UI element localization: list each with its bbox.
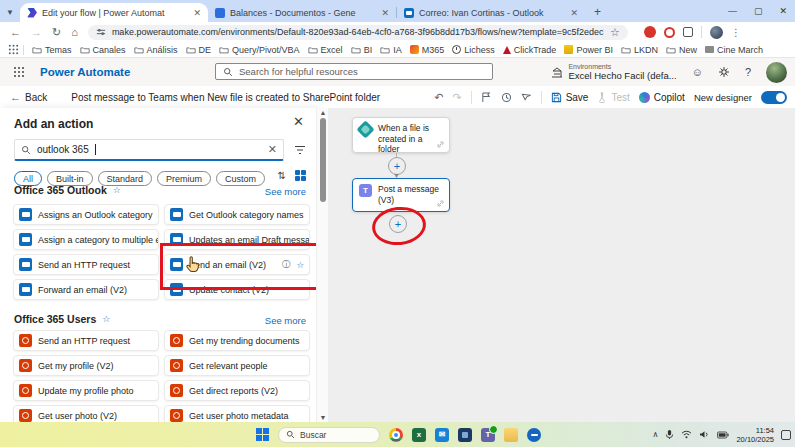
tab-search-chevron-icon[interactable]: ▼ bbox=[0, 8, 20, 17]
flow-checker-icon[interactable] bbox=[481, 92, 492, 103]
waffle-menu-icon[interactable] bbox=[13, 66, 25, 78]
bookmark-cine-march[interactable]: Cine March bbox=[705, 45, 763, 55]
minimize-button[interactable]: — bbox=[728, 6, 737, 16]
bookmark-m365[interactable]: M365 bbox=[410, 45, 445, 55]
flow-title[interactable]: Post message to Teams when New file is c… bbox=[71, 92, 380, 103]
chip-premium[interactable]: Premium bbox=[157, 171, 211, 186]
history-icon[interactable] bbox=[501, 92, 512, 103]
filter-icon[interactable] bbox=[294, 144, 306, 156]
action-card[interactable]: Assigns an Outlook category bbox=[13, 204, 159, 225]
feedback-smiley-icon[interactable]: ☺ bbox=[692, 66, 703, 78]
action-card[interactable]: Get user photo (V2) bbox=[13, 405, 159, 422]
close-button[interactable]: ✕ bbox=[779, 6, 787, 16]
action-card[interactable]: Send an HTTP request bbox=[13, 330, 159, 351]
app-circle-icon[interactable] bbox=[527, 428, 541, 442]
help-icon[interactable]: ? bbox=[745, 66, 751, 78]
profile-avatar[interactable] bbox=[710, 26, 723, 39]
teams-taskbar-icon[interactable]: T bbox=[481, 428, 495, 442]
bookmark-lichess[interactable]: Lichess bbox=[452, 45, 495, 55]
environment-picker[interactable]: Environments Excel Hecho Facil (defa... bbox=[551, 63, 676, 81]
browser-menu-icon[interactable]: ⋮ bbox=[731, 27, 741, 38]
action-card[interactable]: Send an HTTP request bbox=[13, 254, 159, 275]
bookmark-new[interactable]: New bbox=[666, 45, 697, 55]
undo-icon[interactable]: ↶ bbox=[434, 92, 443, 103]
bookmark-temas[interactable]: Temas bbox=[32, 45, 72, 55]
favorite-star-icon[interactable]: ☆ bbox=[113, 185, 121, 195]
tab-close-icon[interactable]: ✕ bbox=[193, 8, 201, 18]
action-card[interactable]: Get my profile (V2) bbox=[13, 355, 159, 376]
action-card[interactable]: Get my trending documents bbox=[164, 330, 310, 351]
test-button[interactable]: Test bbox=[597, 92, 629, 103]
tab-balances[interactable]: Balances - Documentos - Gene ✕ bbox=[208, 3, 396, 22]
action-card[interactable]: Get user photo metadata bbox=[164, 405, 310, 422]
red-extension-icon[interactable] bbox=[664, 27, 675, 38]
settings-gear-icon[interactable] bbox=[718, 66, 730, 78]
back-icon[interactable]: ← bbox=[10, 27, 21, 38]
bookmark-analisis[interactable]: Análisis bbox=[134, 45, 178, 55]
microphone-icon[interactable] bbox=[665, 429, 674, 440]
action-card[interactable]: Update my profile photo bbox=[13, 380, 159, 401]
action-card[interactable]: Forward an email (V2) bbox=[13, 279, 159, 300]
app-taskbar-icon[interactable] bbox=[458, 428, 472, 442]
home-icon[interactable]: ⌂ bbox=[71, 27, 78, 38]
tab-power-automate[interactable]: Edit your flow | Power Automat ✕ bbox=[20, 3, 208, 22]
bookmark-lkdn[interactable]: LKDN bbox=[621, 45, 658, 55]
site-settings-icon[interactable] bbox=[96, 27, 106, 37]
trigger-node-when-file-created[interactable]: When a file is created in a folder bbox=[352, 117, 450, 153]
copilot-button[interactable]: Copilot bbox=[639, 92, 685, 103]
chrome-taskbar-icon[interactable] bbox=[389, 428, 403, 442]
bookmark-de[interactable]: DE bbox=[186, 45, 212, 55]
bookmark-ia[interactable]: IA bbox=[380, 45, 402, 55]
url-box[interactable]: make.powerautomate.com/environments/Defa… bbox=[88, 25, 628, 40]
extensions-icon[interactable] bbox=[683, 27, 693, 37]
action-search-input[interactable]: outlook 365 ✕ bbox=[14, 139, 284, 161]
tab-outlook[interactable]: Correo: Ivan Cortinas - Outlook ✕ bbox=[397, 3, 585, 22]
clear-search-icon[interactable]: ✕ bbox=[268, 143, 277, 156]
bookmark-star-icon[interactable]: ☆ bbox=[610, 27, 620, 38]
bookmark-bi[interactable]: BI bbox=[351, 45, 373, 55]
redo-icon[interactable]: ↷ bbox=[452, 92, 461, 103]
apps-grid-icon[interactable] bbox=[8, 44, 19, 55]
see-more-link[interactable]: See more bbox=[265, 186, 306, 197]
excel-taskbar-icon[interactable]: x bbox=[412, 428, 426, 442]
clock[interactable]: 11:54 20/10/2025 bbox=[736, 426, 774, 444]
action-card[interactable]: Get relevant people bbox=[164, 355, 310, 376]
tab-close-icon[interactable]: ✕ bbox=[381, 8, 389, 18]
user-avatar[interactable] bbox=[766, 62, 787, 83]
action-card[interactable]: Get Outlook category names bbox=[164, 204, 310, 225]
bookmark-query-pivot-vba[interactable]: Query/Pivot/VBA bbox=[219, 45, 300, 55]
bookmark-excel[interactable]: Excel bbox=[308, 45, 343, 55]
adblock-extension-icon[interactable] bbox=[644, 26, 656, 38]
favorite-star-icon[interactable]: ☆ bbox=[102, 314, 110, 324]
see-more-link[interactable]: See more bbox=[265, 315, 306, 326]
back-button[interactable]: ← Back bbox=[10, 91, 47, 103]
bookmark-canales[interactable]: Canales bbox=[80, 45, 126, 55]
scrollbar-thumb[interactable] bbox=[320, 118, 326, 202]
flow-canvas[interactable]: When a file is created in a folder + ▼ T… bbox=[328, 108, 795, 422]
grid-view-icon[interactable] bbox=[295, 170, 306, 181]
tab-close-icon[interactable]: ✕ bbox=[570, 8, 578, 18]
windows-start-icon[interactable] bbox=[256, 428, 269, 441]
app-title[interactable]: Power Automate bbox=[40, 66, 130, 78]
action-card[interactable]: Assign a category to multiple emails bbox=[13, 229, 159, 250]
sort-icon[interactable]: ⇅ bbox=[278, 170, 286, 181]
battery-icon[interactable] bbox=[717, 431, 729, 439]
notifications-icon[interactable] bbox=[781, 430, 791, 440]
action-card[interactable]: Get direct reports (V2) bbox=[164, 380, 310, 401]
outlook-taskbar-icon[interactable]: ✉ bbox=[435, 428, 449, 442]
wifi-icon[interactable] bbox=[681, 430, 692, 439]
speaker-icon[interactable] bbox=[699, 430, 710, 439]
taskbar-search-input[interactable]: Buscar bbox=[278, 427, 380, 443]
bookmark-powerbi[interactable]: Power BI bbox=[564, 45, 613, 55]
refresh-icon[interactable]: ↻ bbox=[52, 27, 61, 38]
help-search-input[interactable]: Search for helpful resources bbox=[215, 63, 493, 80]
maximize-button[interactable]: ▢ bbox=[754, 6, 763, 16]
new-tab-button[interactable]: + bbox=[594, 6, 601, 18]
feedback-icon[interactable] bbox=[521, 92, 532, 103]
file-explorer-icon[interactable] bbox=[504, 428, 518, 442]
new-designer-toggle[interactable] bbox=[761, 91, 787, 104]
panel-close-icon[interactable]: ✕ bbox=[293, 114, 304, 129]
chip-custom[interactable]: Custom bbox=[216, 171, 265, 186]
tray-chevron-icon[interactable]: ∧ bbox=[653, 430, 659, 439]
bookmark-clicktrade[interactable]: ClickTrade bbox=[503, 45, 557, 55]
